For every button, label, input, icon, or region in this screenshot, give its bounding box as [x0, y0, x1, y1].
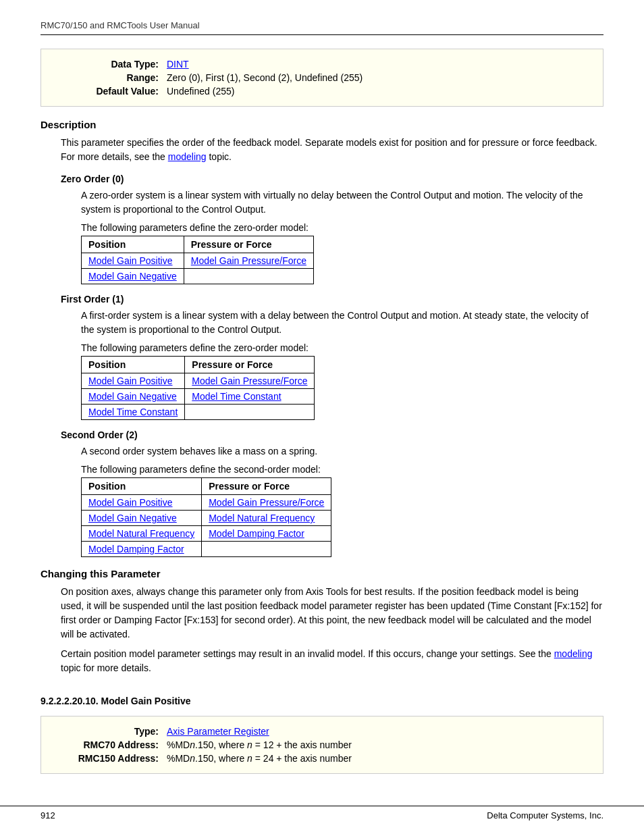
- zero-order-col-position: Position: [82, 236, 184, 253]
- first-order-table-intro: The following parameters define the zero…: [81, 342, 603, 353]
- data-type-value: DINT: [163, 57, 589, 71]
- first-order-title: First Order (1): [61, 294, 603, 305]
- first-row1-col1: Model Gain Positive: [82, 373, 185, 389]
- changing-para2: Certain position model parameter setting…: [61, 647, 603, 675]
- second-order-table-intro: The following parameters define the seco…: [81, 464, 603, 475]
- changing-section: Changing this Parameter On position axes…: [41, 568, 603, 675]
- rmc150-address-value: %MDn.150, where n = 24 + the axis number: [163, 752, 589, 765]
- header-text: RMC70/150 and RMCTools User Manual: [41, 20, 200, 30]
- first-order-section: First Order (1) A first-order system is …: [61, 294, 603, 420]
- second-order-section: Second Order (2) A second order system b…: [61, 429, 603, 557]
- model-gain-negative-link-1[interactable]: Model Gain Negative: [88, 271, 177, 282]
- changing-title: Changing this Parameter: [41, 568, 603, 579]
- data-type-link[interactable]: DINT: [167, 59, 189, 70]
- type-value: Axis Parameter Register: [163, 725, 589, 738]
- zero-row2-col2: [184, 269, 313, 284]
- first-row2-col1: Model Gain Negative: [82, 389, 185, 405]
- second-row2-col2: Model Natural Frequency: [202, 511, 331, 526]
- model-gain-pressure-link-1[interactable]: Model Gain Pressure/Force: [191, 255, 306, 266]
- table-row: Model Gain Negative Model Natural Freque…: [82, 511, 331, 526]
- table-row: Model Gain Negative: [82, 269, 314, 284]
- second-row3-col1: Model Natural Frequency: [82, 526, 202, 542]
- description-intro: This parameter specifies the order of th…: [61, 136, 603, 164]
- table-row: Model Gain Positive Model Gain Pressure/…: [82, 373, 315, 389]
- model-damping-factor-link-1[interactable]: Model Damping Factor: [209, 528, 304, 539]
- rmc70-address-label: RMC70 Address:: [55, 738, 163, 752]
- model-natural-frequency-link-1[interactable]: Model Natural Frequency: [209, 513, 315, 523]
- model-time-constant-link-1[interactable]: Model Time Constant: [192, 391, 281, 402]
- second-row1-col1: Model Gain Positive: [82, 495, 202, 511]
- section-9-heading: 9.2.2.2.20.10. Model Gain Positive: [41, 696, 603, 706]
- info-box-2: Type: Axis Parameter Register RMC70 Addr…: [41, 716, 603, 774]
- second-row1-col2: Model Gain Pressure/Force: [202, 495, 331, 511]
- zero-row1-col2: Model Gain Pressure/Force: [184, 253, 313, 269]
- changing-para1: On position axes, always change this par…: [61, 585, 603, 642]
- zero-row1-col1: Model Gain Positive: [82, 253, 184, 269]
- second-row2-col1: Model Gain Negative: [82, 511, 202, 526]
- table-row: Model Gain Positive Model Gain Pressure/…: [82, 495, 331, 511]
- second-row3-col2: Model Damping Factor: [202, 526, 331, 542]
- model-gain-positive-link-1[interactable]: Model Gain Positive: [88, 255, 173, 266]
- model-gain-negative-link-2[interactable]: Model Gain Negative: [88, 391, 177, 402]
- zero-order-col-pressure: Pressure or Force: [184, 236, 313, 253]
- range-value: Zero (0), First (1), Second (2), Undefin…: [163, 71, 589, 84]
- zero-order-table-intro: The following parameters define the zero…: [81, 222, 603, 233]
- table-row: Model Time Constant: [82, 405, 315, 420]
- second-order-title: Second Order (2): [61, 429, 603, 440]
- first-order-table: Position Pressure or Force Model Gain Po…: [81, 356, 315, 420]
- page-footer: 912 Delta Computer Systems, Inc.: [0, 806, 644, 820]
- zero-order-section: Zero Order (0) A zero-order system is a …: [61, 174, 603, 284]
- first-row1-col2: Model Gain Pressure/Force: [185, 373, 315, 389]
- second-order-body: A second order system behaves like a mas…: [81, 444, 603, 459]
- table-row: Model Natural Frequency Model Damping Fa…: [82, 526, 331, 542]
- first-order-body: A first-order system is a linear system …: [81, 309, 603, 337]
- zero-order-table: Position Pressure or Force Model Gain Po…: [81, 236, 314, 284]
- data-type-label: Data Type:: [55, 57, 163, 71]
- model-time-constant-link-2[interactable]: Model Time Constant: [88, 407, 178, 417]
- first-order-col-pressure: Pressure or Force: [185, 357, 315, 373]
- second-order-col-position: Position: [82, 478, 202, 495]
- second-row4-col1: Model Damping Factor: [82, 542, 202, 557]
- second-order-col-pressure: Pressure or Force: [202, 478, 331, 495]
- description-section: Description This parameter specifies the…: [41, 119, 603, 557]
- first-row2-col2: Model Time Constant: [185, 389, 315, 405]
- page-header: RMC70/150 and RMCTools User Manual: [41, 20, 603, 35]
- first-row3-col2: [185, 405, 315, 420]
- rmc70-address-value: %MDn.150, where n = 12 + the axis number: [163, 738, 589, 752]
- table-row: Model Gain Positive Model Gain Pressure/…: [82, 253, 314, 269]
- model-gain-positive-link-2[interactable]: Model Gain Positive: [88, 375, 173, 386]
- table-row: Model Gain Negative Model Time Constant: [82, 389, 315, 405]
- page-number: 912: [41, 810, 55, 820]
- model-gain-pressure-link-2[interactable]: Model Gain Pressure/Force: [192, 375, 307, 386]
- first-row3-col1: Model Time Constant: [82, 405, 185, 420]
- modeling-link-2[interactable]: modeling: [554, 648, 593, 659]
- default-value-label: Default Value:: [55, 84, 163, 98]
- second-order-table: Position Pressure or Force Model Gain Po…: [81, 477, 331, 557]
- zero-order-title: Zero Order (0): [61, 174, 603, 184]
- zero-row2-col1: Model Gain Negative: [82, 269, 184, 284]
- default-value-value: Undefined (255): [163, 84, 589, 98]
- model-damping-factor-link-2[interactable]: Model Damping Factor: [88, 544, 184, 554]
- model-natural-frequency-link-2[interactable]: Model Natural Frequency: [88, 528, 194, 539]
- axis-parameter-register-link[interactable]: Axis Parameter Register: [167, 726, 269, 737]
- range-label: Range:: [55, 71, 163, 84]
- zero-order-body: A zero-order system is a linear system w…: [81, 188, 603, 217]
- model-gain-negative-link-3[interactable]: Model Gain Negative: [88, 513, 177, 523]
- second-row4-col2: [202, 542, 331, 557]
- modeling-link-1[interactable]: modeling: [168, 151, 207, 162]
- model-gain-positive-link-3[interactable]: Model Gain Positive: [88, 497, 173, 508]
- model-gain-pressure-link-3[interactable]: Model Gain Pressure/Force: [209, 497, 324, 508]
- description-title: Description: [41, 119, 603, 130]
- first-order-col-position: Position: [82, 357, 185, 373]
- info-box-1: Data Type: DINT Range: Zero (0), First (…: [41, 49, 603, 107]
- type-label: Type:: [55, 725, 163, 738]
- rmc150-address-label: RMC150 Address:: [55, 752, 163, 765]
- company-name: Delta Computer Systems, Inc.: [487, 810, 603, 820]
- table-row: Model Damping Factor: [82, 542, 331, 557]
